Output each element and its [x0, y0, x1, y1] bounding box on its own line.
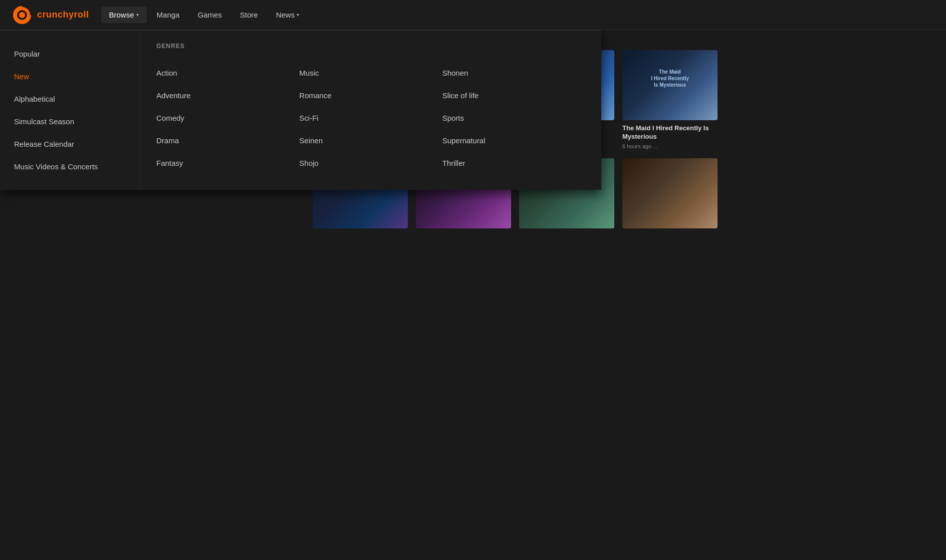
genre-adventure[interactable]: Adventure [156, 84, 299, 107]
dropdown-music-videos[interactable]: Music Videos & Concerts [0, 155, 140, 178]
genre-fantasy[interactable]: Fantasy [156, 152, 299, 174]
nav-store[interactable]: Store [232, 7, 266, 23]
news-chevron-icon: ▾ [297, 12, 299, 18]
nav-games[interactable]: Games [189, 7, 229, 23]
genre-drama[interactable]: Drama [156, 129, 299, 152]
anime-thumb-b4 [622, 158, 718, 228]
browse-chevron-icon: ▾ [136, 12, 139, 18]
genre-sports[interactable]: Sports [442, 107, 585, 129]
nav-manga[interactable]: Manga [149, 7, 188, 23]
nav-news[interactable]: News ▾ [268, 7, 308, 23]
navbar: crunchyroll Browse ▾ Manga Games Store N… [0, 0, 946, 30]
genre-music[interactable]: Music [299, 62, 442, 84]
anime-title-maid: The Maid I Hired Recently Is Mysterious [622, 124, 718, 141]
dropdown-simulcast[interactable]: Simulcast Season [0, 110, 140, 133]
crunchyroll-logo-icon [12, 5, 32, 25]
browse-dropdown: Popular New Alphabetical Simulcast Seaso… [0, 30, 601, 190]
svg-point-2 [19, 12, 25, 18]
anime-card-maid[interactable]: The MaidI Hired RecentlyIs Mysterious Th… [622, 50, 718, 150]
genres-label: GENRES [156, 43, 585, 50]
dropdown-genres: GENRES Action Music Shonen Adventure Rom… [140, 31, 601, 190]
genre-action[interactable]: Action [156, 62, 299, 84]
dropdown-popular[interactable]: Popular [0, 43, 140, 65]
dropdown-left-nav: Popular New Alphabetical Simulcast Seaso… [0, 31, 140, 190]
dropdown-alphabetical[interactable]: Alphabetical [0, 88, 140, 110]
genre-thriller[interactable]: Thriller [442, 152, 585, 174]
genre-supernatural[interactable]: Supernatural [442, 129, 585, 152]
genres-grid: Action Music Shonen Adventure Romance Sl… [156, 62, 585, 174]
genre-romance[interactable]: Romance [299, 84, 442, 107]
logo-text: crunchyroll [37, 10, 89, 20]
genre-seinen[interactable]: Seinen [299, 129, 442, 152]
dropdown-release-calendar[interactable]: Release Calendar [0, 133, 140, 155]
genre-shojo[interactable]: Shojo [299, 152, 442, 174]
nav-items: Browse ▾ Manga Games Store News ▾ [101, 7, 934, 23]
dropdown-new[interactable]: New [0, 65, 140, 88]
anime-meta-maid: 6 hours ago ... [622, 143, 718, 149]
nav-browse[interactable]: Browse ▾ [101, 7, 147, 23]
genre-comedy[interactable]: Comedy [156, 107, 299, 129]
anime-card-b4[interactable] [622, 158, 718, 232]
genre-shonen[interactable]: Shonen [442, 62, 585, 84]
genre-slice-of-life[interactable]: Slice of life [442, 84, 585, 107]
logo[interactable]: crunchyroll [12, 5, 89, 25]
anime-thumb-maid: The MaidI Hired RecentlyIs Mysterious [622, 50, 718, 120]
genre-sci-fi[interactable]: Sci-Fi [299, 107, 442, 129]
